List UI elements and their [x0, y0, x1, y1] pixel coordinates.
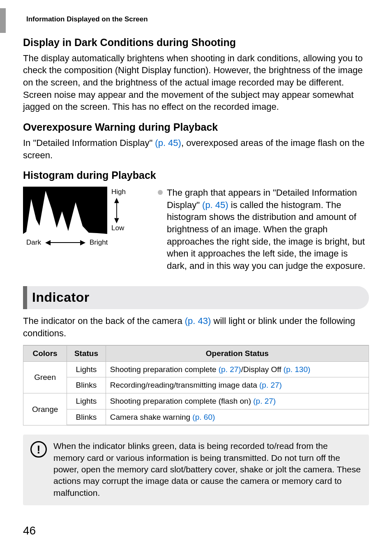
- link-p45[interactable]: (p. 45): [155, 138, 181, 148]
- text: is called the histogram. The histogram s…: [167, 200, 365, 271]
- vertical-double-arrow-icon: ▲▼: [113, 198, 121, 222]
- cell-op: Shooting preparation complete (flash on)…: [106, 393, 369, 409]
- label-low: Low: [111, 224, 124, 233]
- para-indicator-intro: The indicator on the back of the camera …: [23, 315, 369, 339]
- text: Shooting preparation complete (flash on): [110, 397, 254, 405]
- text: The indicator on the back of the camera: [23, 316, 185, 326]
- text: Shooting preparation complete: [110, 365, 219, 374]
- th-operation: Operation Status: [106, 345, 369, 361]
- label-dark: Dark: [26, 238, 41, 247]
- cell-status: Lights: [67, 393, 106, 409]
- caution-icon: !: [30, 441, 47, 458]
- link-p45-b[interactable]: (p. 45): [202, 200, 228, 210]
- table-row: Orange Lights Shooting preparation compl…: [23, 393, 369, 409]
- table-row: Blinks Camera shake warning (p. 60): [23, 409, 369, 425]
- cell-status: Lights: [67, 361, 106, 377]
- link-p60[interactable]: (p. 60): [192, 413, 215, 421]
- cell-op: Shooting preparation complete (p. 27)/Di…: [106, 361, 369, 377]
- cell-color-orange: Orange: [23, 393, 67, 426]
- indicator-table: Colors Status Operation Status Green Lig…: [23, 345, 369, 426]
- section-bar-indicator: Indicator: [23, 286, 369, 309]
- horizontal-double-arrow-icon: ◀▶: [45, 238, 85, 247]
- label-bright: Bright: [90, 238, 108, 247]
- running-header: Information Displayed on the Screen: [26, 15, 369, 24]
- link-p43[interactable]: (p. 43): [185, 316, 211, 326]
- caution-note: ! When the indicator blinks green, data …: [23, 435, 369, 505]
- histogram-figure: High ▲▼ Low Dark ◀▶ Bright: [23, 187, 146, 247]
- link-p130[interactable]: (p. 130): [284, 365, 310, 374]
- page-number: 46: [23, 523, 36, 539]
- th-colors: Colors: [23, 345, 67, 361]
- cell-color-green: Green: [23, 361, 67, 393]
- heading-dark-conditions: Display in Dark Conditions during Shooti…: [23, 36, 369, 50]
- svg-marker-0: [23, 191, 107, 234]
- section-title-indicator: Indicator: [32, 289, 90, 306]
- para-histogram: The graph that appears in "Detailed Info…: [167, 187, 369, 272]
- cell-status: Blinks: [67, 377, 106, 393]
- text: Recording/reading/transmitting image dat…: [110, 381, 259, 389]
- text: /Display Off: [241, 365, 284, 374]
- histogram-graph: [23, 187, 107, 234]
- text: Camera shake warning: [110, 413, 193, 421]
- link-p27-b[interactable]: (p. 27): [259, 381, 282, 389]
- heading-overexposure: Overexposure Warning during Playback: [23, 120, 369, 134]
- heading-histogram: Histogram during Playback: [23, 169, 369, 183]
- cell-op: Recording/reading/transmitting image dat…: [106, 377, 369, 393]
- link-p27[interactable]: (p. 27): [219, 365, 241, 374]
- cell-status: Blinks: [67, 409, 106, 425]
- th-status: Status: [67, 345, 106, 361]
- bullet-icon: [158, 190, 163, 195]
- text: In "Detailed Information Display": [23, 138, 155, 148]
- caution-text: When the indicator blinks green, data is…: [53, 440, 361, 499]
- table-row: Green Lights Shooting preparation comple…: [23, 361, 369, 377]
- table-row: Blinks Recording/reading/transmitting im…: [23, 377, 369, 393]
- link-p27-c[interactable]: (p. 27): [253, 397, 276, 405]
- para-dark-conditions: The display automatically brightens when…: [23, 52, 369, 113]
- side-tab-marker: [0, 8, 6, 33]
- cell-op: Camera shake warning (p. 60): [106, 409, 369, 425]
- para-overexposure: In "Detailed Information Display" (p. 45…: [23, 137, 369, 161]
